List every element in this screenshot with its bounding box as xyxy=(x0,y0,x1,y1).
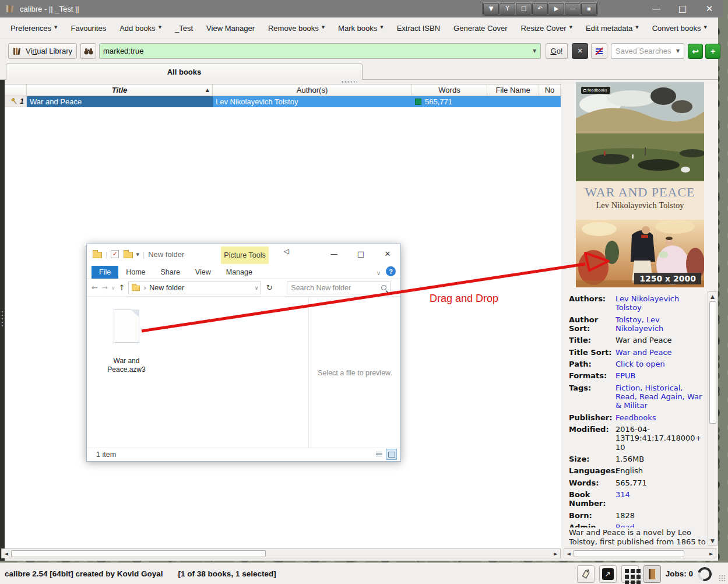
dropdown-arrow-icon[interactable]: ▼ xyxy=(704,25,706,30)
column-header[interactable]: Words ▲ xyxy=(412,85,487,96)
scroll-right-arrow[interactable]: ► xyxy=(707,549,716,558)
column-header[interactable]: No ▲ xyxy=(539,85,561,96)
menu-item[interactable]: Generate Cover ▼ xyxy=(453,24,508,33)
cell-authors[interactable]: Lev Nikolayevich Tolstoy xyxy=(213,96,412,107)
go-button[interactable]: Go! xyxy=(546,43,568,59)
details-hscrollbar-thumb[interactable] xyxy=(574,550,684,557)
quick-access-properties-icon[interactable]: ✓ xyxy=(111,250,119,258)
details-view-button[interactable] xyxy=(374,449,385,460)
cell-notes[interactable] xyxy=(539,96,561,107)
menu-item[interactable]: Preferences ▼ xyxy=(10,24,57,33)
explorer-help-button[interactable]: ? xyxy=(386,266,396,276)
tag-browser-toggle-button[interactable] xyxy=(577,565,595,583)
overlay-tool-button[interactable]: □ xyxy=(516,3,532,15)
scroll-left-arrow[interactable]: ◄ xyxy=(2,549,10,558)
tag-browser-splitter[interactable] xyxy=(0,80,5,561)
field-value[interactable]: 1828 xyxy=(616,511,706,520)
menu-item[interactable]: View Manager ▼ xyxy=(206,24,255,33)
ribbon-tab[interactable]: View xyxy=(188,266,219,279)
menu-item[interactable]: Add books ▼ xyxy=(119,24,161,33)
column-header[interactable]: Title ▲ xyxy=(27,85,213,96)
table-row[interactable]: 1 War and Peace Lev Nikolayevich Tolstoy… xyxy=(5,96,561,107)
field-value[interactable]: Fiction, Historical, Read, Read Again, W… xyxy=(616,384,706,410)
ribbon-tab[interactable]: Home xyxy=(118,266,153,279)
cover-grid-toggle-button[interactable] xyxy=(621,565,639,583)
splitter-handle[interactable] xyxy=(1,310,3,326)
details-scrollbar-thumb[interactable] xyxy=(709,301,716,424)
scroll-up-arrow[interactable]: ▲ xyxy=(708,292,717,301)
scroll-left-arrow[interactable]: ◄ xyxy=(564,549,573,558)
highlight-results-button[interactable] xyxy=(591,43,607,59)
cell-title[interactable]: War and Peace xyxy=(27,96,213,107)
forward-icon[interactable]: → xyxy=(101,283,108,292)
field-value[interactable]: Click to open xyxy=(616,360,706,368)
field-value[interactable]: EPUB xyxy=(616,371,706,380)
ribbon-tab[interactable]: Manage xyxy=(219,266,260,279)
column-header[interactable]: File Name ▲ xyxy=(487,85,539,96)
menu-item[interactable]: _Test ▼ xyxy=(175,24,193,33)
overlay-tool-button[interactable]: ↶ xyxy=(532,3,548,15)
large-icons-view-button[interactable] xyxy=(386,449,397,460)
jobs-counter[interactable]: Jobs: 0 xyxy=(666,569,693,578)
field-value[interactable]: 2016-04-13T19:41:17.418000+10 xyxy=(616,425,706,452)
row-header[interactable]: 1 xyxy=(5,96,27,107)
maximize-button[interactable]: □ xyxy=(670,0,695,17)
up-icon[interactable]: ↑ xyxy=(118,283,125,292)
breadcrumb[interactable]: New folder xyxy=(149,284,184,292)
scroll-down-arrow[interactable]: ▼ xyxy=(708,536,717,545)
column-header[interactable]: Author(s) ▲ xyxy=(213,85,412,96)
booklist-horizontal-scrollbar[interactable]: ◄ ► xyxy=(1,548,561,558)
close-button[interactable]: ✕ xyxy=(697,0,722,17)
back-icon[interactable]: ← xyxy=(92,283,98,292)
clear-search-button[interactable]: ✕ xyxy=(572,43,588,59)
field-value[interactable]: 314 xyxy=(616,490,706,508)
dropdown-arrow-icon[interactable]: ▼ xyxy=(635,25,638,30)
file-icon[interactable] xyxy=(114,309,139,343)
field-value[interactable]: War and Peace xyxy=(616,336,706,344)
menu-item[interactable]: Remove books ▼ xyxy=(268,24,325,33)
virtual-library-button[interactable]: Virtual Library xyxy=(8,43,77,59)
scroll-right-arrow[interactable]: ► xyxy=(551,549,560,558)
cover-browser-toggle-button[interactable]: ↗ xyxy=(599,565,617,583)
field-value[interactable]: Read xyxy=(616,523,706,527)
address-dropdown-arrow-icon[interactable]: ∨ xyxy=(255,285,259,291)
cell-filename[interactable] xyxy=(487,96,539,107)
file-item[interactable]: War and Peace.azw3 xyxy=(94,309,159,374)
quick-access-folder-icon[interactable] xyxy=(124,252,133,258)
menu-item[interactable]: Mark books ▼ xyxy=(338,24,384,33)
dropdown-arrow-icon[interactable]: ▼ xyxy=(380,25,383,30)
book-cover[interactable]: feedbooks WAR AND PEACE Lev Nikolayevich… xyxy=(576,82,704,287)
minimize-button[interactable]: — xyxy=(644,0,669,17)
overlay-tool-button[interactable]: ▶ xyxy=(548,3,564,15)
column-splitter-handle[interactable] xyxy=(341,80,357,83)
field-value[interactable]: War and Peace xyxy=(616,348,706,357)
copy-search-button[interactable]: ↩ xyxy=(688,44,703,59)
dropdown-arrow-icon[interactable]: ▼ xyxy=(322,25,325,30)
menu-item[interactable]: Edit metadata ▼ xyxy=(586,24,639,33)
jobs-spinner[interactable] xyxy=(695,564,715,583)
search-input[interactable] xyxy=(100,47,529,55)
explorer-maximize-button[interactable]: □ xyxy=(348,244,374,263)
address-bar[interactable]: › New folder ∨ xyxy=(128,282,261,294)
details-horizontal-scrollbar[interactable]: ◄ ► xyxy=(564,548,716,558)
details-vertical-scrollbar[interactable]: ▲ ▼ xyxy=(708,291,718,546)
dropdown-arrow-icon[interactable]: ▼ xyxy=(569,25,572,30)
explorer-minimize-button[interactable]: — xyxy=(321,244,347,263)
field-value[interactable]: Tolstoy, Lev Nikolayevich xyxy=(616,315,706,333)
refresh-icon[interactable]: ↻ xyxy=(265,283,274,292)
recent-locations-arrow-icon[interactable]: ∨ xyxy=(111,285,115,291)
overlay-tool-button[interactable]: Y xyxy=(500,3,515,15)
field-value[interactable]: English xyxy=(616,466,706,475)
menu-item[interactable]: Resize Cover ▼ xyxy=(521,24,572,33)
book-details-toggle-button[interactable] xyxy=(643,565,661,583)
ribbon-collapse-icon[interactable]: ∨ xyxy=(377,270,381,276)
dropdown-arrow-icon[interactable]: ▼ xyxy=(54,25,57,30)
booklist-scrollbar-thumb[interactable] xyxy=(11,550,266,557)
search-dropdown-arrow-icon[interactable]: ▼ xyxy=(529,48,540,54)
resize-grip[interactable] xyxy=(719,575,726,582)
ribbon-tab[interactable]: Share xyxy=(153,266,188,279)
field-value[interactable]: Feedbooks xyxy=(616,413,706,422)
overlay-tool-button[interactable]: ▪ xyxy=(581,3,597,15)
save-search-button[interactable]: + xyxy=(705,44,720,59)
tab-all-books[interactable]: All books xyxy=(6,64,363,80)
